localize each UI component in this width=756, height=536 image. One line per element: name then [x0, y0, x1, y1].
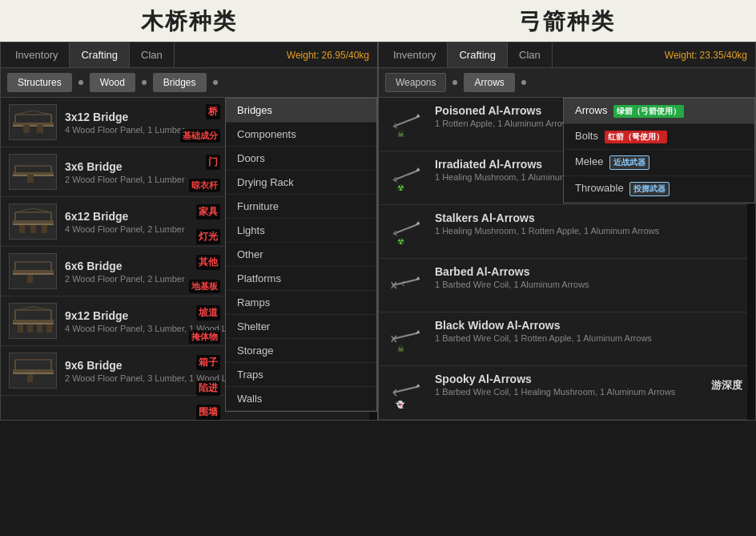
item-icon-9x12	[9, 303, 57, 339]
item-icon-3x12	[9, 104, 57, 140]
right-filter-bar: Weapons Arrows	[379, 68, 755, 98]
arrow-info-barbed: Barbed Al-Arrows 1 Barbed Wire Coil, 1 A…	[435, 265, 747, 289]
svg-line-62	[393, 332, 420, 339]
item-recipe: 1 Barbed Wire Coil, 1 Rotten Apple, 1 Al…	[435, 333, 747, 343]
filter-structures[interactable]: Structures	[7, 73, 72, 92]
right-tab-bar: Inventory Crafting Clan Weight: 23.35/40…	[379, 42, 755, 68]
right-dropdown-melee[interactable]: Melee 近战武器	[564, 150, 754, 176]
svg-rect-1	[13, 125, 54, 127]
right-tab-clan[interactable]: Clan	[508, 42, 553, 67]
item-name: Spooky Al-Arrows	[435, 373, 747, 385]
dropdown-item-walls[interactable]: Walls	[226, 387, 376, 411]
svg-rect-39	[27, 324, 33, 332]
arrow-info-blackwidow: Black Widow Al-Arrows 1 Barbed Wire Coil…	[435, 319, 747, 343]
filter-weapons[interactable]: Weapons	[385, 73, 446, 92]
right-panel: Inventory Crafting Clan Weight: 23.35/40…	[378, 42, 756, 421]
right-dropdown-bolts[interactable]: Bolts 红箭（弩使用）	[564, 124, 754, 150]
left-filter-bar: Structures Wood Bridges	[1, 68, 377, 98]
left-panel-title: 木桥种类	[141, 6, 237, 37]
item-name: Barbed Al-Arrows	[435, 265, 747, 278]
filter-dot-r1	[452, 80, 457, 85]
svg-rect-23	[30, 225, 36, 233]
svg-rect-38	[18, 324, 23, 332]
throwable-ann: 投掷武器	[629, 182, 670, 196]
filter-dot-r2	[521, 80, 526, 85]
svg-line-60	[393, 279, 420, 285]
svg-rect-41	[46, 324, 52, 332]
svg-line-65	[393, 386, 420, 393]
svg-rect-30	[27, 275, 33, 283]
dropdown-item-lights[interactable]: Lights	[226, 219, 376, 243]
svg-rect-0	[13, 123, 54, 125]
throwable-label: Throwable	[575, 182, 624, 194]
table-row[interactable]: ☠ Black Widow Al-Arrows 1 Barbed Wire Co…	[379, 312, 755, 366]
dropdown-item-ramps[interactable]: Ramps	[226, 291, 376, 315]
right-dropdown-throwable[interactable]: Throwable 投掷武器	[564, 176, 754, 203]
left-tab-inventory[interactable]: Inventory	[4, 42, 70, 67]
dropdown-item-shelter[interactable]: Shelter	[226, 315, 376, 339]
right-item-list[interactable]: Arrows 绿箭（弓箭使用） Bolts 红箭（弩使用） Melee 近战武器…	[379, 98, 755, 420]
arrows-label: Arrows	[575, 104, 607, 116]
arrow-icon-stalkers: ☢	[387, 212, 427, 252]
svg-rect-8	[37, 125, 43, 133]
svg-rect-16	[13, 224, 54, 225]
left-panel: Inventory Crafting Clan Weight: 26.95/40…	[0, 42, 378, 421]
melee-label: Melee	[575, 155, 603, 167]
item-recipe: 1 Barbed Wire Coil, 1 Aluminum Arrows	[435, 280, 747, 289]
svg-text:☢: ☢	[397, 183, 404, 192]
dropdown-item-bridges[interactable]: Bridges	[226, 99, 376, 123]
filter-bridges[interactable]: Bridges	[153, 73, 207, 92]
svg-text:👻: 👻	[396, 400, 405, 409]
filter-dot-3	[213, 80, 218, 85]
right-tab-inventory[interactable]: Inventory	[382, 42, 448, 67]
dropdown-item-doors[interactable]: Doors	[226, 147, 376, 171]
arrows-ann: 绿箭（弓箭使用）	[613, 105, 684, 118]
right-dropdown[interactable]: Arrows 绿箭（弓箭使用） Bolts 红箭（弩使用） Melee 近战武器…	[563, 98, 755, 204]
svg-rect-14	[27, 175, 34, 183]
svg-rect-43	[13, 373, 54, 374]
filter-wood[interactable]: Wood	[90, 73, 135, 92]
arrow-info-stalkers: Stalkers Al-Arrows 1 Healing Mushroom, 1…	[435, 212, 747, 236]
svg-rect-31	[13, 320, 54, 323]
dropdown-item-traps[interactable]: Traps	[226, 363, 376, 387]
left-tab-crafting[interactable]: Crafting	[70, 42, 130, 67]
table-row[interactable]: ☢ Stalkers Al-Arrows 1 Healing Mushroom,…	[379, 205, 755, 259]
item-icon-9x6	[9, 353, 57, 389]
bolts-ann: 红箭（弩使用）	[605, 131, 667, 143]
svg-rect-47	[27, 374, 33, 382]
item-name: Stalkers Al-Arrows	[435, 212, 747, 224]
svg-rect-25	[13, 270, 54, 273]
dropdown-item-drying-rack[interactable]: Drying Rack	[226, 171, 376, 195]
filter-arrows[interactable]: Arrows	[464, 73, 514, 92]
left-dropdown[interactable]: 桥 基础成分 门 晾衣杆 家具 灯光 其他 地基板 坡道 掩体物 箱子 陷进 围…	[225, 98, 377, 412]
left-item-list[interactable]: 3x12 Bridge 4 Wood Floor Panel, 1 Lumber	[1, 98, 377, 420]
right-dropdown-arrows[interactable]: Arrows 绿箭（弓箭使用）	[564, 99, 754, 124]
left-weight-label: Weight: 26.95/40kg	[287, 50, 374, 61]
bolts-label: Bolts	[575, 130, 598, 142]
right-weight-label: Weight: 23.35/40kg	[665, 50, 752, 61]
item-icon-6x12	[9, 204, 57, 240]
dropdown-item-storage[interactable]: Storage	[226, 339, 376, 363]
svg-rect-26	[13, 273, 54, 275]
svg-rect-22	[19, 225, 25, 233]
dropdown-item-other[interactable]: Other	[226, 243, 376, 267]
left-tab-clan[interactable]: Clan	[130, 42, 175, 67]
left-tab-bar: Inventory Crafting Clan Weight: 26.95/40…	[1, 42, 377, 68]
svg-rect-15	[13, 220, 54, 224]
dropdown-item-components[interactable]: Components	[226, 123, 376, 147]
item-recipe: 1 Healing Mushroom, 1 Rotten Apple, 1 Al…	[435, 226, 747, 236]
dropdown-item-platforms[interactable]: Platforms	[226, 267, 376, 291]
svg-rect-24	[42, 225, 47, 233]
item-name: Black Widow Al-Arrows	[435, 319, 747, 332]
right-tab-crafting[interactable]: Crafting	[448, 42, 508, 67]
table-row[interactable]: Barbed Al-Arrows 1 Barbed Wire Coil, 1 A…	[379, 259, 755, 312]
dropdown-item-furniture[interactable]: Furniture	[226, 195, 376, 219]
watermark: 游深度	[705, 375, 749, 396]
filter-dot-2	[142, 80, 147, 85]
svg-rect-32	[13, 323, 54, 324]
filter-dot-1	[78, 80, 83, 85]
table-row[interactable]: 👻 Spooky Al-Arrows 1 Barbed Wire Coil, 1…	[379, 366, 755, 420]
right-panel-title: 弓箭种类	[519, 6, 615, 37]
svg-rect-7	[23, 125, 30, 133]
arrow-icon-irradiated: ☢	[387, 158, 427, 198]
